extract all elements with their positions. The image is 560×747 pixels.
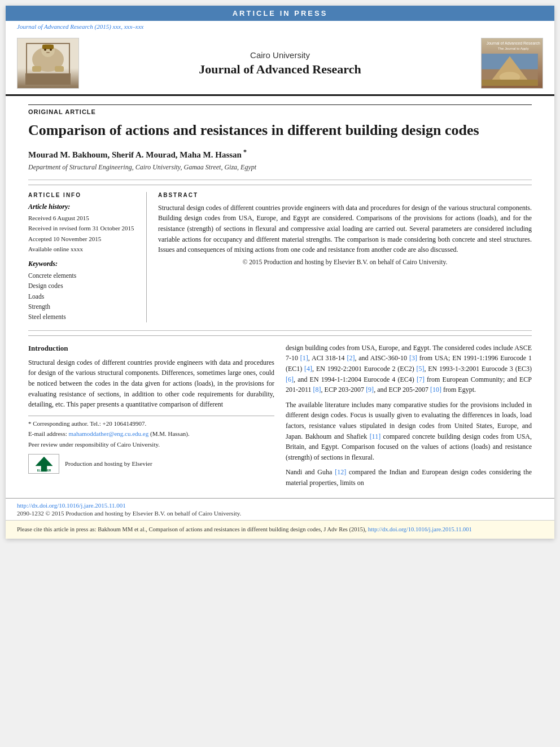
- history-entry-2: Accepted 10 November 2015: [28, 234, 138, 244]
- divider-1: [28, 180, 532, 180]
- history-entry-0: Received 6 August 2015: [28, 213, 138, 223]
- original-article-label: ORIGINAL ARTICLE: [28, 104, 532, 115]
- body-col-right: design building codes from USA, Europe, …: [286, 343, 532, 493]
- citation-text: Please cite this article in press as: Ba…: [17, 526, 366, 532]
- cite-8[interactable]: [8]: [313, 386, 321, 394]
- asterisk-mark: *: [242, 148, 247, 156]
- keyword-4: Steel elements: [28, 312, 138, 322]
- footnote-peer-review: Peer review under responsibility of Cair…: [28, 440, 274, 449]
- cite-5[interactable]: [5]: [416, 365, 424, 373]
- right-logo-bg: Journal of Advanced Research The Journal…: [482, 38, 542, 88]
- production-text: Production and hosting by Elsevier: [65, 459, 152, 469]
- article-in-press-banner: ARTICLE IN PRESS: [6, 6, 554, 21]
- footnote-email: E-mail address: mahamoddather@eng.cu.edu…: [28, 430, 274, 438]
- affiliation: Department of Structural Engineering, Ca…: [28, 163, 532, 172]
- body-right-para-0: design building codes from USA, Europe, …: [286, 343, 532, 395]
- elsevier-logo: ELSEVIER: [28, 454, 59, 474]
- info-abstract-section: ARTICLE INFO Article history: Received 6…: [28, 185, 532, 322]
- keyword-0: Concrete elements: [28, 270, 138, 281]
- history-label: Article history:: [28, 203, 138, 211]
- footnote-email-link[interactable]: mahamoddather@eng.cu.edu.eg: [68, 430, 148, 437]
- cite-10[interactable]: [10]: [430, 386, 441, 394]
- svg-rect-6: [46, 52, 50, 53]
- article-title: Comparison of actions and resistances in…: [28, 121, 532, 140]
- cite-9[interactable]: [9]: [366, 386, 374, 394]
- header-section: Cairo University Journal of Advanced Res…: [6, 32, 554, 96]
- cite-6[interactable]: [6]: [286, 375, 294, 383]
- cite-12[interactable]: [12]: [335, 468, 346, 476]
- university-name: Cairo University: [85, 50, 475, 60]
- cite-2[interactable]: [2]: [347, 354, 355, 362]
- svg-text:ELSEVIER: ELSEVIER: [37, 469, 51, 472]
- svg-point-4: [44, 49, 46, 51]
- intro-heading: Introduction: [28, 343, 274, 354]
- right-logo-text: Journal of Advanced Research The Journal…: [487, 41, 540, 51]
- abstract-text: Structural design codes of different cou…: [158, 203, 532, 255]
- divider-2: [28, 330, 532, 331]
- header-center: Cairo University Journal of Advanced Res…: [85, 50, 475, 77]
- right-logo: Journal of Advanced Research The Journal…: [481, 38, 543, 89]
- main-content: ORIGINAL ARTICLE Comparison of actions a…: [6, 96, 554, 498]
- body-right-para-1: The available literature includes many c…: [286, 400, 532, 463]
- keyword-1: Design codes: [28, 281, 138, 291]
- doi-link[interactable]: http://dx.doi.org/10.1016/j.jare.2015.11…: [17, 502, 126, 509]
- journal-ref-line: Journal of Advanced Research (2015) xxx,…: [6, 21, 554, 32]
- svg-rect-7: [32, 66, 41, 72]
- cairo-university-logo: [18, 38, 78, 88]
- abstract-col: ABSTRACT Structural design codes of diff…: [158, 192, 532, 322]
- body-right-para-2: Nandi and Guha [12] compared the Indian …: [286, 467, 532, 488]
- elsevier-logo-svg: ELSEVIER: [30, 456, 58, 473]
- elsevier-footer: ELSEVIER Production and hosting by Elsev…: [28, 451, 274, 477]
- issn-line: 2090-1232 © 2015 Production and hosting …: [17, 510, 543, 517]
- svg-rect-14: [482, 80, 537, 86]
- history-entry-1: Received in revised form 31 October 2015: [28, 224, 138, 233]
- footnote-section: * Corresponding author. Tel.: +20 106414…: [28, 416, 274, 449]
- abstract-copyright: © 2015 Production and hosting by Elsevie…: [158, 259, 532, 265]
- history-entry-3: Available online xxxx: [28, 244, 138, 254]
- page-footer: http://dx.doi.org/10.1016/j.jare.2015.11…: [6, 498, 554, 520]
- banner-text: ARTICLE IN PRESS: [233, 9, 328, 18]
- page: ARTICLE IN PRESS Journal of Advanced Res…: [6, 6, 554, 539]
- keyword-3: Strength: [28, 302, 138, 312]
- keyword-2: Loads: [28, 291, 138, 302]
- intro-para-0: Structural design codes of different cou…: [28, 357, 274, 410]
- article-info-label: ARTICLE INFO: [28, 192, 138, 198]
- doi-line: http://dx.doi.org/10.1016/j.jare.2015.11…: [17, 502, 543, 509]
- cite-3[interactable]: [3]: [409, 354, 417, 362]
- keywords-label: Keywords:: [28, 260, 138, 268]
- journal-name: Journal of Advanced Research: [85, 62, 475, 77]
- cite-4[interactable]: [4]: [304, 365, 312, 373]
- svg-rect-3: [42, 45, 54, 49]
- cite-7[interactable]: [7]: [417, 375, 425, 383]
- citation-banner: Please cite this article in press as: Ba…: [6, 520, 554, 539]
- footnote-corresponding: * Corresponding author. Tel.: +20 106414…: [28, 420, 274, 428]
- right-logo-building: [481, 54, 540, 86]
- citation-doi-link[interactable]: http://dx.doi.org/10.1016/j.jare.2015.11…: [368, 526, 472, 532]
- svg-point-5: [50, 49, 52, 51]
- cite-11[interactable]: [11]: [370, 433, 381, 440]
- article-info-col: ARTICLE INFO Article history: Received 6…: [28, 192, 147, 322]
- cite-1[interactable]: [1]: [300, 354, 308, 362]
- svg-rect-8: [55, 66, 64, 72]
- authors: Mourad M. Bakhoum, Sherif A. Mourad, Mah…: [28, 148, 532, 160]
- body-section: Introduction Structural design codes of …: [28, 335, 532, 493]
- abstract-label: ABSTRACT: [158, 192, 532, 198]
- body-col-left: Introduction Structural design codes of …: [28, 343, 274, 493]
- cairo-logo-svg: [25, 42, 71, 85]
- left-logo: [17, 38, 79, 89]
